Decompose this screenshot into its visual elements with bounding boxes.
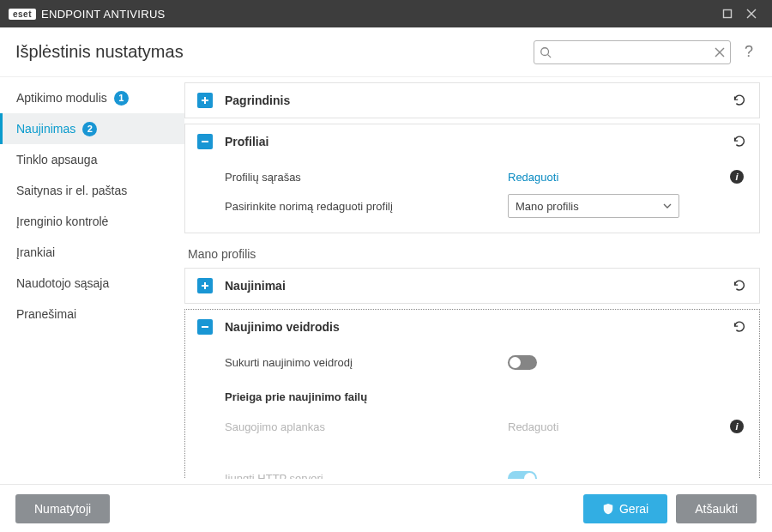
- storage-folder-label: Saugojimo aplankas: [225, 420, 508, 433]
- sidebar-item-badge: 1: [114, 91, 129, 106]
- expand-icon: [197, 278, 213, 293]
- sidebar-item-tools[interactable]: Įrankiai: [0, 237, 184, 268]
- svg-point-3: [541, 47, 549, 55]
- undo-icon: [732, 278, 747, 293]
- footer: Numatytoji Gerai Atšaukti: [0, 484, 772, 532]
- close-icon: [746, 9, 757, 19]
- undo-icon: [732, 93, 747, 108]
- search-box[interactable]: [534, 40, 731, 64]
- row-http-server: Įjungti HTTP serverį: [225, 463, 747, 479]
- profile-list-edit-link[interactable]: Redaguoti: [508, 171, 558, 184]
- maximize-icon: [722, 9, 733, 19]
- profile-select-dropdown[interactable]: Mano profilis: [508, 194, 679, 218]
- defaults-button-label: Numatytoji: [34, 502, 91, 516]
- undo-icon: [732, 319, 747, 335]
- sidebar-item-label: Naudotojo sąsaja: [16, 276, 109, 290]
- page-header: Išplėstinis nustatymas ?: [0, 27, 772, 77]
- sidebar-item-badge: 2: [82, 122, 97, 136]
- shield-icon: [602, 503, 614, 515]
- section-undo-button[interactable]: [732, 278, 747, 293]
- svg-rect-0: [724, 10, 732, 18]
- sidebar-item-label: Saitynas ir el. paštas: [16, 184, 127, 197]
- cancel-button-label: Atšaukti: [695, 502, 738, 516]
- sidebar-item-label: Naujinimas: [16, 122, 75, 136]
- profile-subheading: Mano profilis: [184, 239, 760, 268]
- chevron-down-icon: [663, 202, 672, 210]
- sidebar-item-device-control[interactable]: Įrenginio kontrolė: [0, 206, 184, 237]
- create-mirror-label: Sukurti naujinimo veidrodį: [225, 356, 508, 369]
- cancel-button[interactable]: Atšaukti: [676, 494, 757, 523]
- profile-list-label: Profilių sąrašas: [225, 171, 508, 184]
- section-update-mirror: Naujinimo veidrodis Sukurti naujinimo ve…: [184, 309, 760, 479]
- sidebar-item-label: Tinklo apsauga: [16, 153, 97, 166]
- section-title: Pagrindinis: [225, 94, 732, 107]
- search-input[interactable]: [552, 45, 715, 58]
- row-create-mirror: Sukurti naujinimo veidrodį: [225, 348, 747, 377]
- content-scroll[interactable]: Pagrindinis Profiliai: [184, 82, 763, 479]
- svg-line-4: [548, 54, 552, 57]
- profile-select-value: Mano profilis: [516, 200, 579, 213]
- http-server-toggle: [508, 471, 537, 480]
- sidebar-item-detection-module[interactable]: Aptikimo modulis 1: [0, 82, 184, 113]
- profile-select-label: Pasirinkite norimą redaguoti profilį: [225, 200, 508, 213]
- section-naujinimai: Naujinimai: [184, 268, 760, 304]
- create-mirror-toggle[interactable]: [508, 355, 537, 370]
- row-profile-list: Profilių sąrašas Redaguoti i: [225, 162, 747, 191]
- window-close-button[interactable]: [739, 0, 763, 27]
- section-toggle-pagrindinis[interactable]: Pagrindinis: [185, 83, 759, 118]
- collapse-icon: [197, 134, 213, 149]
- section-pagrindinis: Pagrindinis: [184, 82, 760, 118]
- access-files-heading: Prieiga prie naujinimo failų: [225, 377, 747, 412]
- sidebar-item-label: Pranešimai: [16, 307, 76, 321]
- sidebar-item-label: Įrankiai: [16, 245, 55, 259]
- ok-button-label: Gerai: [619, 502, 648, 516]
- row-profile-select: Pasirinkite norimą redaguoti profilį Man…: [225, 191, 747, 221]
- page-title: Išplėstinis nustatymas: [15, 42, 534, 62]
- defaults-button[interactable]: Numatytoji: [15, 494, 110, 523]
- section-undo-button[interactable]: [732, 134, 747, 149]
- http-server-label: Įjungti HTTP serverį: [225, 472, 508, 480]
- sidebar-item-network-protection[interactable]: Tinklo apsauga: [0, 144, 184, 175]
- help-button[interactable]: ?: [741, 43, 757, 61]
- info-icon[interactable]: i: [730, 420, 744, 433]
- clear-search-icon[interactable]: [715, 47, 725, 57]
- section-toggle-profiliai[interactable]: Profiliai: [185, 124, 759, 159]
- section-undo-button[interactable]: [732, 319, 747, 335]
- section-toggle-naujinimai[interactable]: Naujinimai: [185, 269, 759, 303]
- sidebar: Aptikimo modulis 1 Naujinimas 2 Tinklo a…: [0, 77, 184, 484]
- sidebar-item-web-email[interactable]: Saitynas ir el. paštas: [0, 175, 184, 206]
- search-icon: [540, 46, 552, 58]
- undo-icon: [732, 134, 747, 149]
- section-profiliai: Profiliai Profilių sąrašas Redaguoti: [184, 124, 760, 233]
- sidebar-item-notifications[interactable]: Pranešimai: [0, 299, 184, 329]
- section-title: Naujinimo veidrodis: [225, 320, 732, 334]
- brand-badge: eset: [9, 9, 36, 20]
- storage-folder-edit-link: Redaguoti: [508, 420, 558, 433]
- expand-icon: [197, 93, 213, 108]
- section-title: Profiliai: [225, 135, 732, 148]
- section-toggle-update-mirror[interactable]: Naujinimo veidrodis: [185, 310, 759, 344]
- sidebar-item-label: Aptikimo modulis: [16, 91, 107, 105]
- sidebar-item-ui[interactable]: Naudotojo sąsaja: [0, 268, 184, 299]
- info-icon[interactable]: i: [730, 170, 744, 184]
- row-storage-folder: Saugojimo aplankas Redaguoti i: [225, 412, 747, 441]
- window-maximize-button[interactable]: [715, 0, 739, 27]
- sidebar-item-update[interactable]: Naujinimas 2: [0, 113, 184, 144]
- sidebar-item-label: Įrenginio kontrolė: [16, 215, 108, 228]
- section-undo-button[interactable]: [732, 93, 747, 108]
- ok-button[interactable]: Gerai: [583, 494, 667, 523]
- section-title: Naujinimai: [225, 279, 732, 293]
- product-name: ENDPOINT ANTIVIRUS: [41, 8, 166, 21]
- collapse-icon: [197, 319, 213, 335]
- titlebar: eset ENDPOINT ANTIVIRUS: [0, 0, 772, 27]
